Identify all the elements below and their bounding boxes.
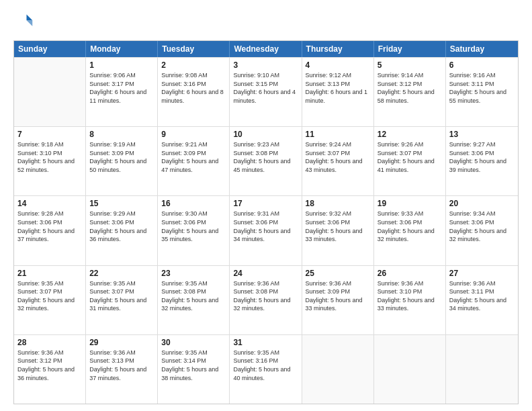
day-info: Sunrise: 9:30 AMSunset: 3:06 PMDaylight:… (161, 210, 226, 243)
day-number: 14 (17, 199, 82, 208)
logo (13, 12, 34, 34)
day-cell-26: 26Sunrise: 9:36 AMSunset: 3:10 PMDayligh… (374, 266, 446, 334)
day-cell-29: 29Sunrise: 9:36 AMSunset: 3:13 PMDayligh… (86, 335, 158, 404)
day-number: 28 (17, 338, 82, 347)
day-info: Sunrise: 9:12 AMSunset: 3:13 PMDaylight:… (306, 71, 370, 105)
day-cell-21: 21Sunrise: 9:35 AMSunset: 3:07 PMDayligh… (14, 266, 86, 334)
day-info: Sunrise: 9:31 AMSunset: 3:06 PMDaylight:… (233, 210, 298, 243)
day-number: 15 (89, 199, 154, 208)
day-cell-empty-4-4 (302, 335, 374, 404)
calendar-header-row: SundayMondayTuesdayWednesdayThursdayFrid… (14, 41, 518, 57)
day-number: 5 (378, 60, 442, 70)
day-number: 23 (161, 269, 226, 278)
col-header-saturday: Saturday (446, 41, 518, 57)
day-number: 9 (161, 130, 226, 139)
day-number: 25 (306, 269, 370, 278)
day-number: 11 (306, 130, 370, 139)
calendar: SundayMondayTuesdayWednesdayThursdayFrid… (13, 40, 519, 404)
day-number: 16 (161, 199, 226, 208)
day-cell-22: 22Sunrise: 9:35 AMSunset: 3:07 PMDayligh… (86, 266, 158, 334)
day-info: Sunrise: 9:27 AMSunset: 3:06 PMDaylight:… (449, 140, 515, 174)
day-cell-17: 17Sunrise: 9:31 AMSunset: 3:06 PMDayligh… (230, 196, 302, 265)
header (13, 12, 519, 34)
day-info: Sunrise: 9:26 AMSunset: 3:07 PMDaylight:… (378, 140, 442, 174)
day-cell-4: 4Sunrise: 9:12 AMSunset: 3:13 PMDaylight… (302, 58, 374, 126)
day-info: Sunrise: 9:35 AMSunset: 3:08 PMDaylight:… (161, 279, 226, 313)
col-header-thursday: Thursday (302, 41, 374, 57)
day-info: Sunrise: 9:36 AMSunset: 3:10 PMDaylight:… (378, 279, 442, 313)
day-cell-3: 3Sunrise: 9:10 AMSunset: 3:15 PMDaylight… (230, 58, 302, 126)
week-row-3: 14Sunrise: 9:28 AMSunset: 3:06 PMDayligh… (14, 195, 518, 265)
day-info: Sunrise: 9:19 AMSunset: 3:09 PMDaylight:… (89, 140, 154, 174)
day-info: Sunrise: 9:18 AMSunset: 3:10 PMDaylight:… (17, 140, 82, 174)
day-cell-23: 23Sunrise: 9:35 AMSunset: 3:08 PMDayligh… (158, 266, 230, 334)
day-cell-12: 12Sunrise: 9:26 AMSunset: 3:07 PMDayligh… (374, 127, 446, 195)
day-number: 7 (17, 130, 82, 139)
day-number: 29 (89, 338, 154, 347)
day-info: Sunrise: 9:36 AMSunset: 3:11 PMDaylight:… (449, 279, 515, 313)
day-cell-19: 19Sunrise: 9:33 AMSunset: 3:06 PMDayligh… (374, 196, 446, 265)
day-number: 24 (233, 269, 298, 278)
calendar-body: 1Sunrise: 9:06 AMSunset: 3:17 PMDaylight… (14, 57, 518, 404)
day-number: 1 (89, 60, 154, 70)
day-number: 21 (17, 269, 82, 278)
day-info: Sunrise: 9:24 AMSunset: 3:07 PMDaylight:… (306, 140, 370, 174)
svg-marker-1 (27, 20, 33, 26)
day-cell-30: 30Sunrise: 9:35 AMSunset: 3:14 PMDayligh… (158, 335, 230, 404)
day-number: 19 (378, 199, 442, 208)
day-number: 27 (449, 269, 515, 278)
day-cell-10: 10Sunrise: 9:23 AMSunset: 3:08 PMDayligh… (230, 127, 302, 195)
day-number: 22 (89, 269, 154, 278)
day-info: Sunrise: 9:36 AMSunset: 3:08 PMDaylight:… (233, 279, 298, 313)
day-info: Sunrise: 9:14 AMSunset: 3:12 PMDaylight:… (378, 71, 442, 105)
day-info: Sunrise: 9:16 AMSunset: 3:11 PMDaylight:… (449, 71, 515, 105)
svg-marker-0 (27, 15, 33, 21)
day-info: Sunrise: 9:32 AMSunset: 3:06 PMDaylight:… (306, 210, 370, 243)
week-row-5: 28Sunrise: 9:36 AMSunset: 3:12 PMDayligh… (14, 334, 518, 404)
day-cell-1: 1Sunrise: 9:06 AMSunset: 3:17 PMDaylight… (86, 58, 158, 126)
day-cell-28: 28Sunrise: 9:36 AMSunset: 3:12 PMDayligh… (14, 335, 86, 404)
day-cell-empty-0-0 (14, 58, 86, 126)
day-info: Sunrise: 9:35 AMSunset: 3:14 PMDaylight:… (161, 349, 226, 382)
week-row-1: 1Sunrise: 9:06 AMSunset: 3:17 PMDaylight… (14, 57, 518, 126)
day-cell-27: 27Sunrise: 9:36 AMSunset: 3:11 PMDayligh… (446, 266, 518, 334)
day-info: Sunrise: 9:21 AMSunset: 3:09 PMDaylight:… (161, 140, 226, 174)
day-number: 18 (306, 199, 370, 208)
day-cell-16: 16Sunrise: 9:30 AMSunset: 3:06 PMDayligh… (158, 196, 230, 265)
day-cell-empty-4-6 (446, 335, 518, 404)
day-info: Sunrise: 9:36 AMSunset: 3:12 PMDaylight:… (17, 349, 82, 382)
day-cell-13: 13Sunrise: 9:27 AMSunset: 3:06 PMDayligh… (446, 127, 518, 195)
day-cell-25: 25Sunrise: 9:36 AMSunset: 3:09 PMDayligh… (302, 266, 374, 334)
day-cell-20: 20Sunrise: 9:34 AMSunset: 3:06 PMDayligh… (446, 196, 518, 265)
day-info: Sunrise: 9:08 AMSunset: 3:16 PMDaylight:… (161, 71, 226, 105)
day-info: Sunrise: 9:34 AMSunset: 3:06 PMDaylight:… (449, 210, 515, 243)
day-cell-14: 14Sunrise: 9:28 AMSunset: 3:06 PMDayligh… (14, 196, 86, 265)
day-number: 8 (89, 130, 154, 139)
day-info: Sunrise: 9:06 AMSunset: 3:17 PMDaylight:… (89, 71, 154, 105)
day-number: 26 (378, 269, 442, 278)
day-number: 2 (161, 60, 226, 70)
day-info: Sunrise: 9:29 AMSunset: 3:06 PMDaylight:… (89, 210, 154, 243)
day-cell-5: 5Sunrise: 9:14 AMSunset: 3:12 PMDaylight… (374, 58, 446, 126)
day-info: Sunrise: 9:23 AMSunset: 3:08 PMDaylight:… (233, 140, 298, 174)
day-info: Sunrise: 9:35 AMSunset: 3:07 PMDaylight:… (89, 279, 154, 313)
day-info: Sunrise: 9:35 AMSunset: 3:07 PMDaylight:… (17, 279, 82, 313)
day-info: Sunrise: 9:36 AMSunset: 3:13 PMDaylight:… (89, 349, 154, 382)
col-header-wednesday: Wednesday (230, 41, 302, 57)
day-number: 12 (378, 130, 442, 139)
week-row-2: 7Sunrise: 9:18 AMSunset: 3:10 PMDaylight… (14, 126, 518, 195)
day-number: 6 (449, 60, 515, 70)
day-cell-24: 24Sunrise: 9:36 AMSunset: 3:08 PMDayligh… (230, 266, 302, 334)
day-info: Sunrise: 9:28 AMSunset: 3:06 PMDaylight:… (17, 210, 82, 243)
col-header-sunday: Sunday (14, 41, 86, 57)
day-number: 13 (449, 130, 515, 139)
day-cell-15: 15Sunrise: 9:29 AMSunset: 3:06 PMDayligh… (86, 196, 158, 265)
day-number: 10 (233, 130, 298, 139)
day-cell-8: 8Sunrise: 9:19 AMSunset: 3:09 PMDaylight… (86, 127, 158, 195)
day-info: Sunrise: 9:33 AMSunset: 3:06 PMDaylight:… (378, 210, 442, 243)
day-number: 4 (306, 60, 370, 70)
day-number: 20 (449, 199, 515, 208)
day-cell-6: 6Sunrise: 9:16 AMSunset: 3:11 PMDaylight… (446, 58, 518, 126)
day-info: Sunrise: 9:36 AMSunset: 3:09 PMDaylight:… (306, 279, 370, 313)
day-cell-2: 2Sunrise: 9:08 AMSunset: 3:16 PMDaylight… (158, 58, 230, 126)
